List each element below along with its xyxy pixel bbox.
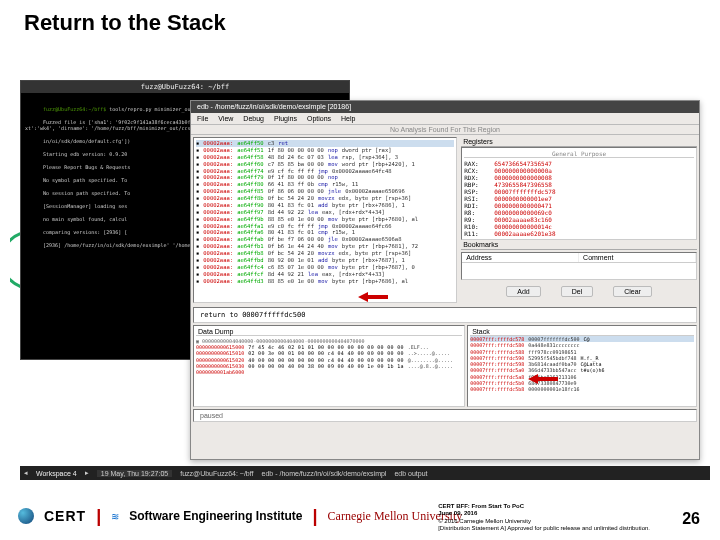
disasm-row[interactable]: ▪00002aaa:ae64ff9080 41 83 fc 01addbyte … — [196, 202, 454, 209]
disasm-row[interactable]: ▪00002aaa:ae64ff9b88 85 e0 1e 00 00movby… — [196, 216, 454, 223]
bookmarks-col-comment: Comment — [579, 253, 696, 262]
register-row[interactable]: R10:000000000000014c — [464, 223, 694, 230]
taskbar-clock: 19 May, Thu 19:27:05 — [97, 470, 172, 477]
svg-marker-3 — [528, 374, 558, 384]
register-row[interactable]: RBP:4739655847396558 — [464, 181, 694, 188]
status-bar: paused — [193, 409, 697, 422]
edb-menubar[interactable]: File View Debug Plugins Options Help — [191, 113, 699, 125]
bookmarks-title: Bookmarks — [461, 240, 697, 250]
stack-title: Stack — [470, 328, 694, 336]
bookmarks-clear-button[interactable]: Clear — [613, 286, 652, 297]
disasm-row[interactable]: ▪00002aaa:ae64ff60c7 85 85 ba 00 00movwo… — [196, 161, 454, 168]
disasm-row[interactable]: ▪00002aaa:ae64ffbd80 92 00 1e 01addbyte … — [196, 257, 454, 264]
disasm-row[interactable]: ▪00002aaa:ae64ff74e9 cf fc ff ffjmp0x000… — [196, 168, 454, 175]
registers-title: Registers — [461, 137, 697, 147]
datadump-row[interactable]: 0000000001ab6000 — [196, 369, 462, 375]
disasm-row[interactable]: ▪00002aaa:ae64ffb10f b6 1e 44 24 40movby… — [196, 243, 454, 250]
disasm-row[interactable]: ▪00002aaa:ae64ff511f 80 00 00 00 00nopdw… — [196, 147, 454, 154]
register-row[interactable]: RDX:0000000000000008 — [464, 174, 694, 181]
register-row[interactable]: R9: 00002aaaae83c160 — [464, 216, 694, 223]
taskbar-item[interactable]: edb - /home/fuzz/in/oi/sdk/demo/exsimpl — [262, 470, 387, 477]
page-number: 26 — [682, 510, 700, 528]
stack-row[interactable]: 00007fff:ffffdc5b80000000001e18fc16 — [470, 386, 694, 392]
slide-title: Return to the Stack — [0, 0, 720, 42]
registers-panel: Registers General Purpose RAX:6547366547… — [461, 137, 697, 303]
cert-logo-icon — [18, 508, 34, 524]
registers-legend: General Purpose — [464, 150, 694, 158]
separator-icon: | — [96, 506, 101, 527]
bookmarks-del-button[interactable]: Del — [561, 286, 594, 297]
taskbar-item[interactable]: edb output — [394, 470, 427, 477]
register-row[interactable]: RSP:00007fffffffdc578 — [464, 188, 694, 195]
register-row[interactable]: RAX:6547366547356547 — [464, 160, 694, 167]
data-dump-title: Data Dump — [196, 328, 462, 336]
disasm-row[interactable]: ▪00002aaa:ae64ff850f 86 06 00 00 00jnle0… — [196, 188, 454, 195]
slide-footer: CERT | ≋ Software Engineering Institute … — [0, 492, 720, 540]
disasm-row[interactable]: ▪00002aaa:ae64ff790f 1f 80 00 00 00nop — [196, 174, 454, 181]
separator-icon: | — [313, 506, 318, 527]
disasm-row[interactable]: ▪00002aaa:ae64ffb80f bc 54 24 20movzxedx… — [196, 250, 454, 257]
register-row[interactable]: RDI:0000000000000471 — [464, 202, 694, 209]
sei-logo-text: Software Engineering Institute — [129, 509, 302, 523]
disasm-row[interactable]: ▪00002aaa:ae64ffcf8d 44 92 21leaeax, [rd… — [196, 271, 454, 278]
disassembly-panel[interactable]: ▪00002aaa:ae64ff50c3ret▪00002aaa:ae64ff5… — [193, 137, 457, 303]
bookmarks-col-address: Address — [462, 253, 579, 262]
menu-view[interactable]: View — [218, 115, 233, 122]
menu-help[interactable]: Help — [341, 115, 355, 122]
taskbar-item[interactable]: fuzz@UbuFuzz64: ~/bff — [180, 470, 253, 477]
stack-panel[interactable]: Stack 00007fff:ffffdc57800007fffffffdc50… — [467, 325, 697, 407]
taskbar-prev-icon[interactable]: ◂ — [24, 469, 28, 477]
register-row[interactable]: R8: 00000000000069c0 — [464, 209, 694, 216]
register-row[interactable]: RSI:0000000000001ee7 — [464, 195, 694, 202]
disasm-row[interactable]: ▪00002aaa:ae64ffa1e9 c0 fc ff ffjmp0x000… — [196, 223, 454, 230]
menu-debug[interactable]: Debug — [243, 115, 264, 122]
taskbar-next-icon[interactable]: ▸ — [85, 469, 89, 477]
callout-arrow-icon — [528, 370, 558, 380]
bookmarks-panel[interactable]: Address Comment — [461, 252, 697, 280]
data-dump-panel[interactable]: Data Dump ▣ 00000000004040000-0000000000… — [193, 325, 465, 407]
workspace-indicator[interactable]: Workspace 4 — [36, 470, 77, 477]
desktop-taskbar[interactable]: ◂ Workspace 4 ▸ 19 May, Thu 19:27:05 fuz… — [20, 466, 710, 480]
bookmarks-add-button[interactable]: Add — [506, 286, 540, 297]
sei-waves-icon: ≋ — [111, 511, 119, 522]
cert-logo-text: CERT — [44, 508, 86, 524]
callout-arrow-icon — [358, 288, 388, 298]
menu-plugins[interactable]: Plugins — [274, 115, 297, 122]
disasm-row[interactable]: ▪00002aaa:ae64ffd388 85 e0 1e 00movbyte … — [196, 278, 454, 285]
disasm-row[interactable]: ▪00002aaa:ae64ffab0f be f7 06 00 00jle0x… — [196, 236, 454, 243]
footer-meta: CERT BFF: From Start To PoC June 09, 201… — [438, 503, 650, 532]
register-row[interactable]: RCX:000000000000000a — [464, 167, 694, 174]
menu-file[interactable]: File — [197, 115, 208, 122]
disasm-row[interactable]: ▪00002aaa:ae64ff5848 8d 24 6c 07 03lears… — [196, 154, 454, 161]
edb-title: edb - /home/fuzz/in/oi/sdk/demo/exsimple… — [191, 101, 699, 113]
disasm-row[interactable]: ▪00002aaa:ae64ff50c3ret — [196, 140, 454, 147]
screenshot-composite: C fuzz@UbuFuzz64: ~/bff fuzz@UbuFuzz64:~… — [10, 60, 710, 480]
disasm-row[interactable]: ▪00002aaa:ae64ff8066 41 83 ff 0bcmpr15w,… — [196, 181, 454, 188]
disasm-row[interactable]: ▪00002aaa:ae64ff8b0f bc 54 24 20movzxedx… — [196, 195, 454, 202]
no-analysis-banner: No Analysis Found For This Region — [191, 125, 699, 135]
return-address-line: return to 00007fffffdc500 — [193, 307, 697, 323]
disasm-row[interactable]: ▪00002aaa:ae64ffc4c6 85 07 1e 00 00movby… — [196, 264, 454, 271]
menu-options[interactable]: Options — [307, 115, 331, 122]
edb-debugger-window[interactable]: edb - /home/fuzz/in/oi/sdk/demo/exsimple… — [190, 100, 700, 460]
svg-marker-2 — [358, 292, 388, 302]
terminal-title: fuzz@UbuFuzz64: ~/bff — [21, 81, 349, 93]
disasm-row[interactable]: ▪00002aaa:ae64ffa680 41 83 fc 01cmpr15w,… — [196, 229, 454, 236]
disasm-row[interactable]: ▪00002aaa:ae64ff978d 44 92 22leaeax, [rd… — [196, 209, 454, 216]
register-row[interactable]: R11:00002aaaae6201e38 — [464, 230, 694, 237]
registers-list[interactable]: General Purpose RAX:6547366547356547RCX:… — [461, 147, 697, 240]
